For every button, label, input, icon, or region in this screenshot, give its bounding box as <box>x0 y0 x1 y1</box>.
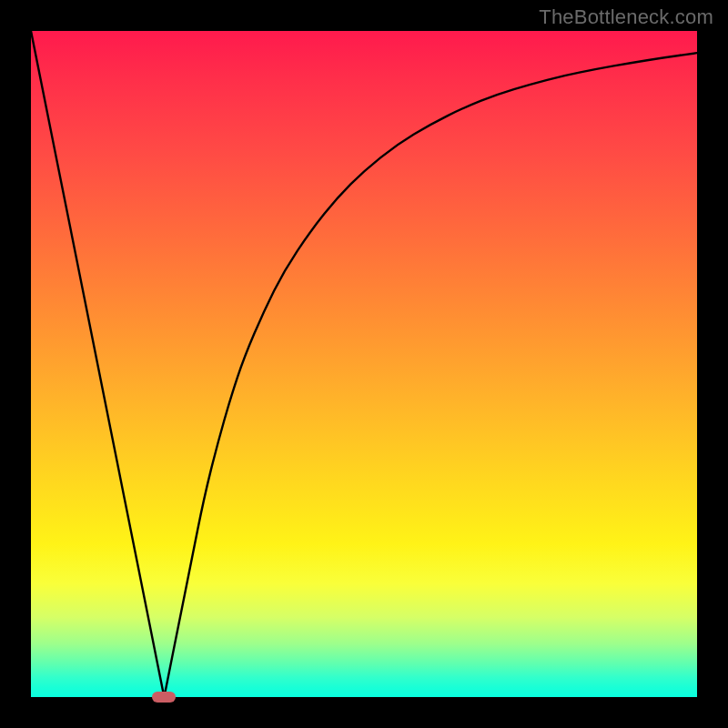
watermark-text: TheBottleneck.com <box>539 5 713 29</box>
chart-frame: TheBottleneck.com <box>0 0 728 728</box>
bottleneck-curve <box>31 31 697 697</box>
plot-area <box>31 31 697 697</box>
optimal-marker <box>152 692 176 703</box>
